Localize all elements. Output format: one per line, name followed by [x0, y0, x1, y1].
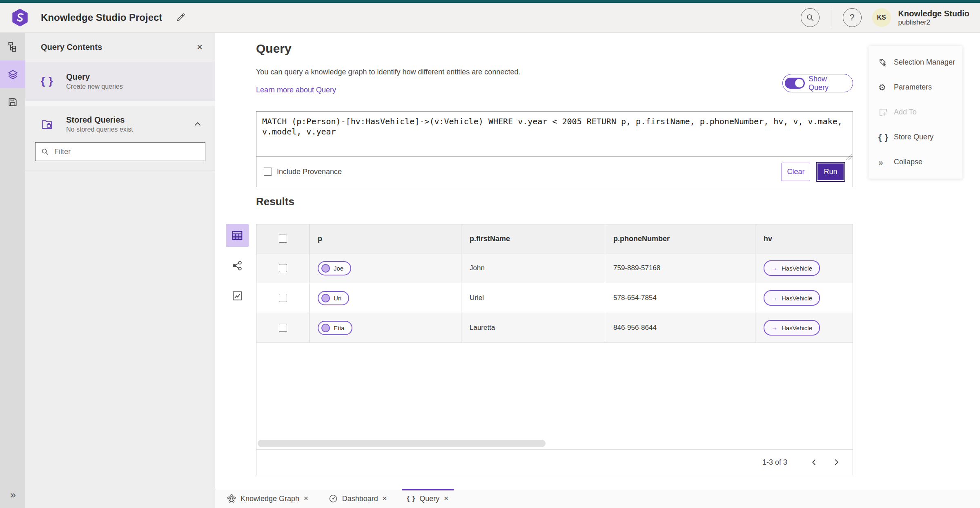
row-checkbox[interactable]: [279, 294, 287, 302]
braces-icon: { }: [407, 495, 415, 503]
knowledge-studio-app: Knowledge Studio Project ? KS Knowledge …: [0, 0, 980, 508]
table-empty-space: [256, 343, 853, 449]
search-button[interactable]: [801, 8, 820, 27]
column-header-firstname[interactable]: p.firstName: [461, 224, 605, 253]
graph-view-button[interactable]: [226, 254, 249, 277]
close-icon: ✕: [303, 495, 309, 502]
collapse-section-button[interactable]: [192, 119, 203, 130]
help-button[interactable]: ?: [843, 8, 862, 27]
avatar[interactable]: KS: [872, 8, 891, 27]
relationship-label: HasVehicle: [782, 265, 812, 272]
relationship-pill[interactable]: → HasVehicle: [764, 290, 820, 306]
top-accent-stripe: [0, 0, 980, 3]
column-header-p[interactable]: p: [310, 224, 461, 253]
query-item-label: Query: [66, 72, 123, 82]
entity-label: Uri: [334, 295, 341, 302]
close-tab-button[interactable]: ✕: [303, 495, 309, 502]
chevrons-right-icon: »: [878, 157, 891, 167]
select-all-checkbox[interactable]: [279, 235, 287, 243]
filter-input[interactable]: [54, 148, 200, 156]
close-tab-button[interactable]: ✕: [382, 495, 388, 502]
row-checkbox-cell: [256, 313, 310, 342]
previous-page-button[interactable]: [806, 454, 822, 470]
column-header-hv[interactable]: hv: [755, 224, 853, 253]
close-icon: ✕: [196, 43, 203, 51]
query-contents-panel: Query Contents ✕ { } Query Create new qu…: [25, 33, 215, 508]
table-row[interactable]: Etta Lauretta 846-956-8644 → HasVehicle: [256, 313, 853, 343]
dashboard-gauge-icon: [328, 494, 338, 504]
results-view-switcher: [225, 224, 249, 307]
entity-pill[interactable]: Etta: [318, 321, 352, 335]
relationship-pill[interactable]: → HasVehicle: [764, 260, 820, 276]
entity-cell: Etta: [310, 313, 461, 342]
pagination-bar: 1-3 of 3: [256, 449, 853, 475]
account-name: Knowledge Studio: [898, 9, 969, 18]
help-icon: ?: [849, 12, 854, 23]
run-button[interactable]: Run: [816, 162, 845, 182]
table-row[interactable]: Uri Uriel 578-654-7854 → HasVehicle: [256, 283, 853, 313]
menu-item-parameters[interactable]: ⚙ Parameters: [869, 75, 962, 100]
clear-button[interactable]: Clear: [782, 163, 810, 181]
show-query-label: Show Query: [808, 75, 847, 92]
phonenumber-cell: 846-956-8644: [605, 313, 755, 342]
phonenumber-cell: 759-889-57168: [605, 253, 755, 283]
query-workspace: Query You can query a knowledge graph to…: [215, 33, 980, 489]
selection-manager-icon: [878, 58, 891, 67]
panel-header: Query Contents ✕: [25, 33, 215, 62]
row-checkbox[interactable]: [279, 324, 287, 332]
entity-pill[interactable]: Joe: [318, 261, 351, 275]
panel-title: Query Contents: [41, 43, 102, 52]
table-view-button[interactable]: [226, 224, 249, 247]
panel-item-query[interactable]: { } Query Create new queries: [25, 62, 215, 101]
tab-dashboard[interactable]: Dashboard ✕: [323, 489, 392, 508]
tab-query[interactable]: { } Query ✕: [402, 489, 454, 508]
query-input[interactable]: MATCH (p:Person)-[hv:HasVehicle]->(v:Veh…: [256, 112, 853, 157]
query-item-texts: Query Create new queries: [66, 72, 123, 90]
menu-item-label: Store Query: [894, 133, 933, 141]
entity-cell: Joe: [310, 253, 461, 283]
menu-item-selection-manager[interactable]: Selection Manager: [869, 50, 962, 75]
rail-collapse-button[interactable]: »: [0, 486, 25, 504]
menu-item-store-query[interactable]: { } Store Query: [869, 125, 962, 150]
rail-query-button[interactable]: [0, 60, 25, 88]
include-provenance-checkbox[interactable]: [264, 168, 272, 176]
table-row[interactable]: Joe John 759-889-57168 → HasVehicle: [256, 253, 853, 283]
stored-queries-sublabel: No stored queries exist: [66, 126, 133, 133]
avatar-initials: KS: [877, 14, 886, 21]
edit-title-button[interactable]: [174, 11, 187, 25]
phonenumber-cell: 578-654-7854: [605, 283, 755, 313]
row-checkbox[interactable]: [279, 264, 287, 272]
stored-queries-header[interactable]: Stored Queries No stored queries exist: [25, 106, 215, 133]
add-to-icon: [878, 107, 891, 117]
arrow-right-icon: →: [771, 324, 778, 331]
relationship-pill[interactable]: → HasVehicle: [764, 320, 820, 336]
chevron-right-icon: [832, 458, 841, 467]
tab-label: Dashboard: [342, 495, 378, 503]
panel-close-button[interactable]: ✕: [196, 43, 203, 52]
braces-icon: { }: [878, 132, 891, 142]
relationship-label: HasVehicle: [782, 295, 812, 302]
next-page-button[interactable]: [828, 454, 844, 470]
graph-network-icon: [227, 494, 236, 504]
column-header-phonenumber[interactable]: p.phoneNumber: [605, 224, 755, 253]
include-provenance-label: Include Provenance: [277, 168, 342, 176]
rail-save-button[interactable]: [0, 88, 25, 116]
firstname-cell: Uriel: [461, 283, 605, 313]
resize-grip[interactable]: [846, 154, 852, 160]
app-bar: Knowledge Studio Project ? KS Knowledge …: [0, 3, 980, 33]
pagination-range-label: 1-3 of 3: [762, 458, 787, 467]
stored-queries-filter: [35, 142, 205, 161]
learn-more-link[interactable]: Learn more about Query: [256, 86, 336, 94]
menu-item-collapse[interactable]: » Collapse: [869, 150, 962, 175]
entity-pill[interactable]: Uri: [318, 291, 349, 305]
stored-queries-texts: Stored Queries No stored queries exist: [66, 115, 133, 133]
rail-hierarchy-button[interactable]: [0, 33, 25, 60]
close-icon: ✕: [443, 495, 449, 502]
account-info: Knowledge Studio publisher2: [898, 9, 969, 27]
close-tab-button[interactable]: ✕: [443, 495, 449, 502]
chart-view-button[interactable]: [226, 284, 249, 307]
tab-knowledge-graph[interactable]: Knowledge Graph ✕: [222, 489, 314, 508]
pencil-icon: [175, 12, 186, 23]
show-query-toggle[interactable]: Show Query: [782, 74, 853, 92]
horizontal-scrollbar[interactable]: [258, 440, 546, 447]
